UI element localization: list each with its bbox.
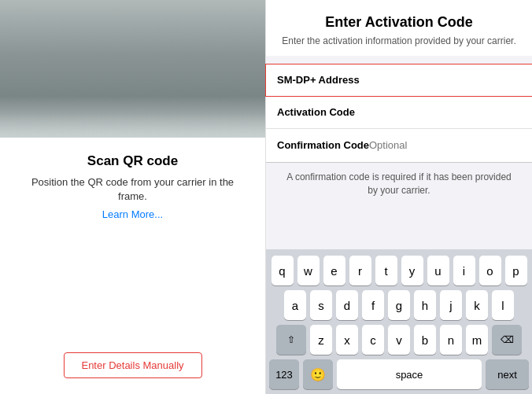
smdp-input[interactable] xyxy=(364,74,521,86)
right-panel: Enter Activation Code Enter the activati… xyxy=(266,0,532,394)
key-t[interactable]: t xyxy=(375,256,397,285)
right-header: Enter Activation Code Enter the activati… xyxy=(266,0,532,56)
keyboard: q w e r t y u i o p a s d f g h j k l ⇧ … xyxy=(266,249,532,394)
confirmation-code-row[interactable]: Confirmation Code xyxy=(266,129,532,162)
key-o[interactable]: o xyxy=(479,256,501,285)
confirmation-code-input[interactable] xyxy=(369,139,521,151)
key-c[interactable]: c xyxy=(362,325,384,355)
left-panel: Scan QR code Position the QR code from y… xyxy=(0,0,266,394)
key-i[interactable]: i xyxy=(453,256,475,285)
key-v[interactable]: v xyxy=(388,325,410,355)
learn-more-link[interactable]: Learn More... xyxy=(102,208,163,220)
delete-key[interactable]: ⌫ xyxy=(492,325,522,355)
key-p[interactable]: p xyxy=(505,256,527,285)
space-key[interactable]: space xyxy=(337,359,482,389)
key-n[interactable]: n xyxy=(440,325,462,355)
activation-title: Enter Activation Code xyxy=(279,14,519,31)
smdp-address-row[interactable]: SM-DP+ Address xyxy=(265,64,532,97)
key-k[interactable]: k xyxy=(466,290,488,320)
enter-details-button[interactable]: Enter Details Manually xyxy=(63,352,201,378)
activation-code-row[interactable]: Activation Code xyxy=(266,96,532,129)
key-d[interactable]: d xyxy=(336,290,358,320)
key-y[interactable]: y xyxy=(401,256,423,285)
smdp-label: SM-DP+ Address xyxy=(277,74,364,86)
key-f[interactable]: f xyxy=(362,290,384,320)
activation-description: Enter the activation information provide… xyxy=(279,35,519,48)
scan-description: Position the QR code from your carrier i… xyxy=(24,175,242,204)
scan-title: Scan QR code xyxy=(87,153,178,169)
emoji-key[interactable]: 🙂 xyxy=(303,359,333,389)
keyboard-bottom-row: 123 🙂 space next xyxy=(269,359,529,389)
shift-key[interactable]: ⇧ xyxy=(276,325,306,355)
key-u[interactable]: u xyxy=(427,256,449,285)
key-l[interactable]: l xyxy=(492,290,514,320)
next-key[interactable]: next xyxy=(486,359,529,389)
form-section: SM-DP+ Address Activation Code Confirmat… xyxy=(266,64,532,163)
key-w[interactable]: w xyxy=(297,256,320,285)
key-j[interactable]: j xyxy=(440,290,462,320)
key-z[interactable]: z xyxy=(310,325,332,355)
num-key[interactable]: 123 xyxy=(269,359,299,389)
key-h[interactable]: h xyxy=(414,290,436,320)
keyboard-row-3: ⇧ z x c v b n m ⌫ xyxy=(269,325,529,355)
key-b[interactable]: b xyxy=(414,325,436,355)
key-m[interactable]: m xyxy=(466,325,488,355)
camera-preview xyxy=(0,0,265,138)
confirmation-code-label: Confirmation Code xyxy=(277,139,369,151)
activation-code-input[interactable] xyxy=(364,106,521,118)
key-r[interactable]: r xyxy=(349,256,371,285)
key-g[interactable]: g xyxy=(388,290,410,320)
key-a[interactable]: a xyxy=(284,290,306,320)
key-q[interactable]: q xyxy=(272,256,294,285)
activation-code-label: Activation Code xyxy=(277,106,364,118)
key-e[interactable]: e xyxy=(323,256,345,285)
key-x[interactable]: x xyxy=(336,325,358,355)
keyboard-row-1: q w e r t y u i o p xyxy=(269,256,529,285)
key-s[interactable]: s xyxy=(310,290,332,320)
confirmation-note: A confirmation code is required if it ha… xyxy=(266,163,532,205)
keyboard-row-2: a s d f g h j k l xyxy=(269,290,529,320)
